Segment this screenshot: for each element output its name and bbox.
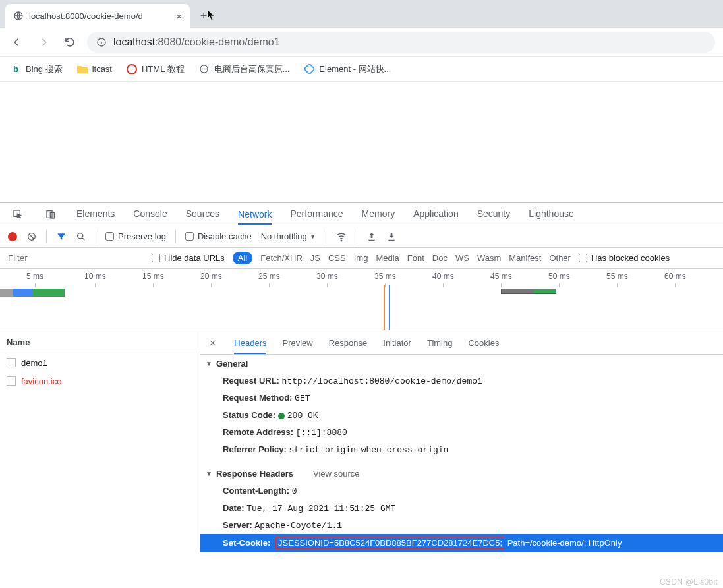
filter-media[interactable]: Media: [376, 253, 399, 263]
reload-button[interactable]: [61, 33, 79, 51]
upload-icon[interactable]: [366, 231, 377, 242]
filter-ws[interactable]: WS: [455, 253, 469, 263]
tab-lighthouse[interactable]: Lighthouse: [529, 208, 574, 220]
kv-server: Server: Apache-Coyote/1.1: [200, 517, 723, 534]
disable-cache-checkbox[interactable]: Disable cache: [185, 231, 252, 241]
dtab-timing[interactable]: Timing: [427, 338, 453, 348]
search-icon[interactable]: [76, 231, 86, 242]
timeline-marker: [384, 285, 385, 330]
timeline-tick: 35 ms: [374, 272, 396, 281]
kv-request-method: Request Method: GET: [200, 390, 723, 407]
kv-set-cookie: Set-Cookie: JSESSIONID=5B8C524F0BD885BF2…: [200, 534, 723, 552]
timeline-tick: 60 ms: [664, 272, 686, 281]
bookmark-itcast[interactable]: itcast: [77, 64, 112, 74]
blocked-cookies-checkbox[interactable]: Has blocked cookies: [579, 253, 670, 263]
kv-referrer: Referrer Policy: strict-origin-when-cros…: [200, 441, 723, 458]
view-source-link[interactable]: View source: [313, 469, 360, 479]
kv-status: Status Code: 200 OK: [200, 407, 723, 424]
file-icon: [7, 376, 16, 386]
filter-all[interactable]: All: [233, 252, 252, 264]
inspect-icon[interactable]: [11, 209, 25, 220]
filter-img[interactable]: Img: [354, 253, 368, 263]
section-general[interactable]: ▼General: [200, 355, 723, 372]
filter-input[interactable]: [5, 251, 144, 266]
dtab-response[interactable]: Response: [329, 338, 368, 348]
svg-point-2: [127, 65, 136, 74]
dtab-headers[interactable]: Headers: [234, 338, 266, 354]
timeline-tick: 55 ms: [606, 272, 628, 281]
globe-icon: [13, 11, 24, 21]
section-response-headers[interactable]: ▼Response HeadersView source: [200, 465, 723, 483]
tab-network[interactable]: Network: [238, 209, 272, 225]
url-text: localhost:8080/cookie-demo/demo1: [113, 36, 280, 48]
triangle-down-icon: ▼: [206, 470, 212, 477]
page-content: [0, 82, 723, 202]
network-split: Name demo1 favicon.ico × Headers Preview…: [0, 332, 723, 552]
triangle-down-icon: ▼: [206, 360, 212, 367]
request-list: Name demo1 favicon.ico: [0, 332, 200, 552]
filter-doc[interactable]: Doc: [432, 253, 448, 263]
back-button[interactable]: [8, 33, 26, 51]
filter-wasm[interactable]: Wasm: [477, 253, 501, 263]
dtab-initiator[interactable]: Initiator: [383, 338, 411, 348]
highlighted-cookie: JSESSIONID=5B8C524F0BD885BF277CD281724E7…: [275, 537, 505, 549]
timeline-tick: 45 ms: [490, 272, 512, 281]
filter-css[interactable]: CSS: [328, 253, 346, 263]
request-row[interactable]: favicon.ico: [0, 372, 200, 390]
runoob-icon: [127, 64, 137, 74]
clear-icon[interactable]: [26, 231, 37, 242]
wifi-icon[interactable]: [335, 231, 347, 243]
address-bar[interactable]: localhost:8080/cookie-demo/demo1: [87, 32, 715, 53]
devtools-tabs: Elements Console Sources Network Perform…: [0, 203, 723, 225]
cursor-icon: [207, 9, 216, 21]
tab-title: localhost:8080/cookie-demo/d: [29, 11, 171, 21]
download-icon[interactable]: [386, 231, 397, 242]
close-icon[interactable]: ×: [210, 338, 216, 349]
forward-button[interactable]: [34, 33, 53, 51]
network-filter-bar: Hide data URLs All Fetch/XHR JS CSS Img …: [0, 248, 723, 269]
filter-fetch[interactable]: Fetch/XHR: [260, 253, 303, 263]
devtools-panel: Elements Console Sources Network Perform…: [0, 202, 723, 552]
close-icon[interactable]: ×: [176, 11, 182, 22]
separator: [326, 230, 326, 243]
folder-icon: [77, 64, 88, 74]
filter-icon[interactable]: [56, 231, 67, 242]
tab-security[interactable]: Security: [477, 208, 511, 220]
tab-application[interactable]: Application: [413, 208, 459, 220]
filter-js[interactable]: JS: [310, 253, 320, 263]
request-row[interactable]: demo1: [0, 353, 200, 372]
tab-elements[interactable]: Elements: [76, 208, 115, 220]
dtab-preview[interactable]: Preview: [282, 338, 312, 348]
preserve-log-checkbox[interactable]: Preserve log: [105, 231, 166, 241]
kv-request-url: Request URL: http://localhost:8080/cooki…: [200, 372, 723, 390]
filter-font[interactable]: Font: [407, 253, 424, 263]
throttling-select[interactable]: No throttling▼: [261, 231, 316, 241]
browser-tab[interactable]: localhost:8080/cookie-demo/d ×: [5, 4, 190, 28]
tab-console[interactable]: Console: [133, 208, 167, 220]
svg-rect-6: [47, 210, 52, 218]
record-button[interactable]: [8, 232, 17, 241]
tab-performance[interactable]: Performance: [290, 208, 343, 220]
separator: [357, 230, 357, 243]
dtab-cookies[interactable]: Cookies: [468, 338, 499, 348]
bookmark-element[interactable]: Element - 网站快...: [304, 63, 391, 75]
timeline-tick: 10 ms: [84, 272, 106, 281]
bookmark-html[interactable]: HTML 教程: [127, 63, 185, 75]
detail-tabs: × Headers Preview Response Initiator Tim…: [200, 332, 723, 355]
timeline-tick: 50 ms: [548, 272, 570, 281]
column-header-name[interactable]: Name: [0, 332, 200, 353]
bookmark-ecom[interactable]: 电商后台高保真原...: [199, 63, 290, 75]
device-toggle-icon[interactable]: [43, 209, 58, 220]
element-icon: [304, 64, 314, 74]
hide-data-urls-checkbox[interactable]: Hide data URLs: [152, 253, 225, 263]
kv-content-length: Content-Length: 0: [200, 483, 723, 500]
tab-sources[interactable]: Sources: [186, 208, 219, 220]
filter-manifest[interactable]: Manifest: [509, 253, 541, 263]
filter-other[interactable]: Other: [549, 253, 571, 263]
kv-date: Date: Tue, 17 Aug 2021 11:51:25 GMT: [200, 500, 723, 517]
tab-memory[interactable]: Memory: [362, 208, 395, 220]
bookmark-bing[interactable]: bBing 搜索: [11, 63, 63, 75]
network-timeline[interactable]: 5 ms10 ms15 ms20 ms25 ms30 ms35 ms40 ms4…: [0, 269, 723, 332]
timeline-tick: 30 ms: [316, 272, 338, 281]
svg-rect-4: [304, 64, 314, 74]
